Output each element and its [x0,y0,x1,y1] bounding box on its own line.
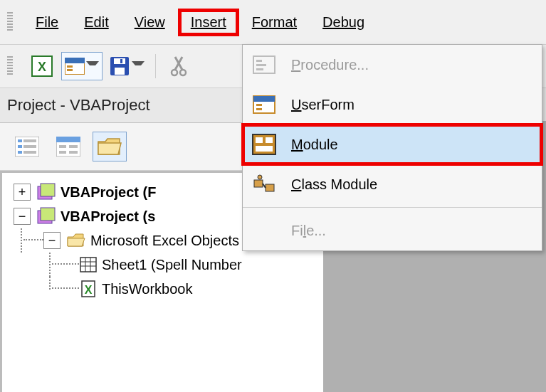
view-list-button[interactable] [10,132,44,161]
svg-rect-24 [69,151,78,154]
svg-rect-23 [69,145,78,148]
menu-userform[interactable]: UserForm [243,85,542,125]
userform-icon [251,93,277,116]
procedure-icon [251,53,277,76]
view-detail-button[interactable] [51,132,85,161]
svg-text:X: X [38,60,46,74]
menu-label: Class Module [291,176,377,193]
tree-label: Sheet1 (Spell Number [102,257,242,273]
svg-rect-3 [65,58,85,63]
folder-open-icon [66,232,86,249]
menu-file: File... [243,211,542,250]
project-icon [36,206,56,226]
sheet-icon [79,256,98,273]
collapse-icon[interactable]: − [14,208,31,225]
svg-text:X: X [85,284,93,296]
svg-rect-9 [120,59,122,63]
excel-icon-button[interactable]: X [28,53,56,80]
separator [155,54,156,78]
svg-rect-17 [18,151,22,154]
menu-label: File... [291,223,326,239]
svg-point-50 [258,175,262,179]
class-module-icon [251,173,277,196]
menu-format[interactable]: Format [239,9,310,36]
expand-icon[interactable]: + [14,184,31,201]
project-icon [36,182,56,202]
svg-point-11 [180,70,186,75]
svg-rect-37 [256,60,262,62]
menu-label: UserForm [291,97,355,113]
svg-rect-47 [256,146,273,152]
svg-rect-5 [67,69,73,71]
svg-rect-46 [266,137,273,143]
svg-rect-39 [256,68,263,70]
svg-rect-7 [114,58,125,64]
svg-rect-22 [59,151,66,154]
svg-rect-14 [23,139,36,142]
module-icon [251,133,277,156]
menubar: File Edit View Insert Format Debug [0,0,546,45]
form-dropdown-button[interactable] [61,52,103,80]
chevron-down-icon [132,61,145,71]
menu-insert[interactable]: Insert [178,9,239,36]
svg-rect-26 [41,184,55,196]
blank-icon [251,219,277,242]
menu-label: Procedure... [291,57,369,73]
svg-rect-18 [23,151,36,154]
svg-rect-16 [23,145,36,148]
insert-menu-dropdown: Procedure... UserForm Module Class Modul… [242,44,542,251]
panel-title-text: Project - VBAProject [7,96,150,115]
grip [7,12,13,32]
svg-rect-38 [256,64,266,66]
svg-rect-28 [41,208,55,221]
tree-label: Microsoft Excel Objects [90,233,239,249]
svg-rect-48 [254,180,263,187]
menu-file[interactable]: File [23,9,71,36]
menu-module[interactable]: Module [243,125,542,164]
svg-rect-41 [253,96,275,102]
svg-rect-45 [256,137,263,143]
menu-view[interactable]: View [122,9,178,36]
svg-rect-42 [256,104,262,106]
grip [7,56,13,76]
svg-rect-21 [59,145,66,148]
menu-procedure: Procedure... [243,45,542,85]
workbook-icon: X [79,280,98,298]
menu-edit[interactable]: Edit [71,9,121,36]
svg-rect-49 [266,184,274,191]
view-folder-button[interactable] [93,132,127,161]
svg-rect-15 [18,145,22,148]
menu-label: Module [291,137,338,153]
tree-label: VBAProject (F [61,184,156,201]
cut-button[interactable] [166,53,193,80]
svg-rect-13 [18,139,22,142]
tree-label: VBAProject (s [61,208,155,225]
menu-debug[interactable]: Debug [310,9,377,36]
svg-rect-20 [56,137,80,142]
menu-class-module[interactable]: Class Module [243,164,542,204]
svg-rect-4 [67,65,73,68]
svg-rect-8 [115,68,125,75]
menu-separator [243,207,542,208]
svg-rect-43 [256,108,262,110]
save-button[interactable] [108,53,145,80]
collapse-icon[interactable]: − [43,232,61,249]
svg-rect-29 [80,258,96,272]
svg-point-10 [172,70,177,75]
chevron-down-icon [86,61,99,71]
tree-label: ThisWorkbook [102,281,192,297]
